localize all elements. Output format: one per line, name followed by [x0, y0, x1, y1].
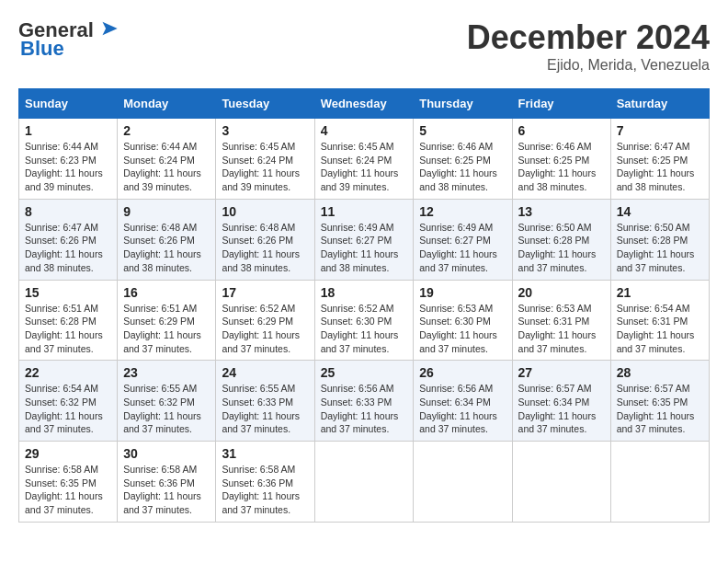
- calendar-cell: 27 Sunrise: 6:57 AM Sunset: 6:34 PM Dayl…: [512, 361, 610, 442]
- day-number: 5: [419, 123, 506, 138]
- logo-icon: [94, 20, 119, 37]
- day-info: Sunrise: 6:52 AM Sunset: 6:30 PM Dayligh…: [321, 302, 408, 356]
- calendar-cell: 22 Sunrise: 6:54 AM Sunset: 6:32 PM Dayl…: [19, 361, 118, 442]
- day-of-week-header: Wednesday: [314, 89, 414, 119]
- day-info: Sunrise: 6:57 AM Sunset: 6:35 PM Dayligh…: [617, 382, 703, 436]
- calendar-cell: 26 Sunrise: 6:56 AM Sunset: 6:34 PM Dayl…: [414, 361, 512, 442]
- day-info: Sunrise: 6:51 AM Sunset: 6:28 PM Dayligh…: [25, 302, 111, 356]
- day-number: 26: [419, 365, 506, 380]
- calendar-cell: 8 Sunrise: 6:47 AM Sunset: 6:26 PM Dayli…: [19, 199, 118, 280]
- calendar-cell: 20 Sunrise: 6:53 AM Sunset: 6:31 PM Dayl…: [512, 280, 610, 361]
- calendar-cell: 16 Sunrise: 6:51 AM Sunset: 6:29 PM Dayl…: [118, 280, 216, 361]
- calendar-cell: 28 Sunrise: 6:57 AM Sunset: 6:35 PM Dayl…: [610, 361, 709, 442]
- day-info: Sunrise: 6:47 AM Sunset: 6:26 PM Dayligh…: [25, 221, 111, 275]
- calendar-cell: 30 Sunrise: 6:58 AM Sunset: 6:36 PM Dayl…: [118, 442, 216, 523]
- calendar-cell: 19 Sunrise: 6:53 AM Sunset: 6:30 PM Dayl…: [414, 280, 512, 361]
- day-of-week-header: Monday: [118, 89, 216, 119]
- day-of-week-header: Thursday: [414, 89, 512, 119]
- location-title: Ejido, Merida, Venezuela: [467, 57, 710, 74]
- day-number: 19: [419, 285, 506, 300]
- calendar-cell: 17 Sunrise: 6:52 AM Sunset: 6:29 PM Dayl…: [216, 280, 314, 361]
- logo-blue: Blue: [20, 37, 64, 61]
- calendar-cell: 12 Sunrise: 6:49 AM Sunset: 6:27 PM Dayl…: [414, 199, 512, 280]
- day-of-week-header: Tuesday: [216, 89, 314, 119]
- day-info: Sunrise: 6:56 AM Sunset: 6:34 PM Dayligh…: [419, 382, 506, 436]
- day-info: Sunrise: 6:53 AM Sunset: 6:30 PM Dayligh…: [419, 302, 506, 356]
- day-of-week-header: Sunday: [19, 89, 118, 119]
- day-number: 10: [222, 204, 308, 219]
- month-title: December 2024: [467, 18, 710, 57]
- day-info: Sunrise: 6:50 AM Sunset: 6:28 PM Dayligh…: [518, 221, 605, 275]
- calendar-cell: 2 Sunrise: 6:44 AM Sunset: 6:24 PM Dayli…: [118, 119, 216, 200]
- calendar-cell: 21 Sunrise: 6:54 AM Sunset: 6:31 PM Dayl…: [610, 280, 709, 361]
- logo: General Blue: [18, 18, 119, 61]
- day-number: 4: [321, 123, 408, 138]
- day-info: Sunrise: 6:45 AM Sunset: 6:24 PM Dayligh…: [222, 140, 308, 194]
- calendar-week-row: 1 Sunrise: 6:44 AM Sunset: 6:23 PM Dayli…: [19, 119, 710, 200]
- day-info: Sunrise: 6:54 AM Sunset: 6:31 PM Dayligh…: [617, 302, 703, 356]
- calendar-cell: 6 Sunrise: 6:46 AM Sunset: 6:25 PM Dayli…: [512, 119, 610, 200]
- day-info: Sunrise: 6:58 AM Sunset: 6:36 PM Dayligh…: [222, 463, 308, 517]
- day-number: 14: [617, 204, 703, 219]
- day-info: Sunrise: 6:49 AM Sunset: 6:27 PM Dayligh…: [419, 221, 506, 275]
- day-number: 9: [123, 204, 210, 219]
- calendar-cell: 31 Sunrise: 6:58 AM Sunset: 6:36 PM Dayl…: [216, 442, 314, 523]
- day-number: 17: [222, 285, 308, 300]
- day-of-week-header: Saturday: [610, 89, 709, 119]
- calendar-cell: 4 Sunrise: 6:45 AM Sunset: 6:24 PM Dayli…: [314, 119, 414, 200]
- day-info: Sunrise: 6:58 AM Sunset: 6:36 PM Dayligh…: [123, 463, 210, 517]
- page-header: General Blue December 2024 Ejido, Merida…: [18, 18, 710, 74]
- day-info: Sunrise: 6:45 AM Sunset: 6:24 PM Dayligh…: [321, 140, 408, 194]
- day-info: Sunrise: 6:53 AM Sunset: 6:31 PM Dayligh…: [518, 302, 605, 356]
- calendar-cell: 29 Sunrise: 6:58 AM Sunset: 6:35 PM Dayl…: [19, 442, 118, 523]
- day-number: 11: [321, 204, 408, 219]
- calendar-cell: 1 Sunrise: 6:44 AM Sunset: 6:23 PM Dayli…: [19, 119, 118, 200]
- calendar-week-row: 15 Sunrise: 6:51 AM Sunset: 6:28 PM Dayl…: [19, 280, 710, 361]
- day-number: 21: [617, 285, 703, 300]
- day-info: Sunrise: 6:44 AM Sunset: 6:24 PM Dayligh…: [123, 140, 210, 194]
- day-info: Sunrise: 6:46 AM Sunset: 6:25 PM Dayligh…: [518, 140, 605, 194]
- calendar-cell: 23 Sunrise: 6:55 AM Sunset: 6:32 PM Dayl…: [118, 361, 216, 442]
- day-number: 8: [25, 204, 111, 219]
- calendar-cell: [610, 442, 709, 523]
- calendar-cell: 13 Sunrise: 6:50 AM Sunset: 6:28 PM Dayl…: [512, 199, 610, 280]
- day-info: Sunrise: 6:44 AM Sunset: 6:23 PM Dayligh…: [25, 140, 111, 194]
- calendar-cell: 7 Sunrise: 6:47 AM Sunset: 6:25 PM Dayli…: [610, 119, 709, 200]
- day-info: Sunrise: 6:56 AM Sunset: 6:33 PM Dayligh…: [321, 382, 408, 436]
- day-info: Sunrise: 6:46 AM Sunset: 6:25 PM Dayligh…: [419, 140, 506, 194]
- day-number: 3: [222, 123, 308, 138]
- day-info: Sunrise: 6:51 AM Sunset: 6:29 PM Dayligh…: [123, 302, 210, 356]
- day-number: 27: [518, 365, 605, 380]
- calendar-cell: 24 Sunrise: 6:55 AM Sunset: 6:33 PM Dayl…: [216, 361, 314, 442]
- day-number: 18: [321, 285, 408, 300]
- day-info: Sunrise: 6:50 AM Sunset: 6:28 PM Dayligh…: [617, 221, 703, 275]
- day-number: 23: [123, 365, 210, 380]
- calendar-cell: 5 Sunrise: 6:46 AM Sunset: 6:25 PM Dayli…: [414, 119, 512, 200]
- day-info: Sunrise: 6:55 AM Sunset: 6:33 PM Dayligh…: [222, 382, 308, 436]
- day-number: 22: [25, 365, 111, 380]
- day-number: 13: [518, 204, 605, 219]
- day-number: 2: [123, 123, 210, 138]
- calendar-week-row: 22 Sunrise: 6:54 AM Sunset: 6:32 PM Dayl…: [19, 361, 710, 442]
- calendar-cell: 15 Sunrise: 6:51 AM Sunset: 6:28 PM Dayl…: [19, 280, 118, 361]
- calendar-week-row: 29 Sunrise: 6:58 AM Sunset: 6:35 PM Dayl…: [19, 442, 710, 523]
- day-info: Sunrise: 6:48 AM Sunset: 6:26 PM Dayligh…: [222, 221, 308, 275]
- day-number: 1: [25, 123, 111, 138]
- day-number: 6: [518, 123, 605, 138]
- day-number: 30: [123, 446, 210, 461]
- day-info: Sunrise: 6:58 AM Sunset: 6:35 PM Dayligh…: [25, 463, 111, 517]
- calendar-header-row: SundayMondayTuesdayWednesdayThursdayFrid…: [19, 89, 710, 119]
- day-of-week-header: Friday: [512, 89, 610, 119]
- calendar-cell: 14 Sunrise: 6:50 AM Sunset: 6:28 PM Dayl…: [610, 199, 709, 280]
- day-number: 12: [419, 204, 506, 219]
- title-section: December 2024 Ejido, Merida, Venezuela: [467, 18, 710, 74]
- calendar-cell: [314, 442, 414, 523]
- svg-marker-0: [102, 22, 117, 35]
- day-info: Sunrise: 6:57 AM Sunset: 6:34 PM Dayligh…: [518, 382, 605, 436]
- day-info: Sunrise: 6:47 AM Sunset: 6:25 PM Dayligh…: [617, 140, 703, 194]
- calendar-cell: 9 Sunrise: 6:48 AM Sunset: 6:26 PM Dayli…: [118, 199, 216, 280]
- calendar-cell: 25 Sunrise: 6:56 AM Sunset: 6:33 PM Dayl…: [314, 361, 414, 442]
- calendar-cell: 3 Sunrise: 6:45 AM Sunset: 6:24 PM Dayli…: [216, 119, 314, 200]
- day-info: Sunrise: 6:52 AM Sunset: 6:29 PM Dayligh…: [222, 302, 308, 356]
- calendar-table: SundayMondayTuesdayWednesdayThursdayFrid…: [18, 88, 710, 523]
